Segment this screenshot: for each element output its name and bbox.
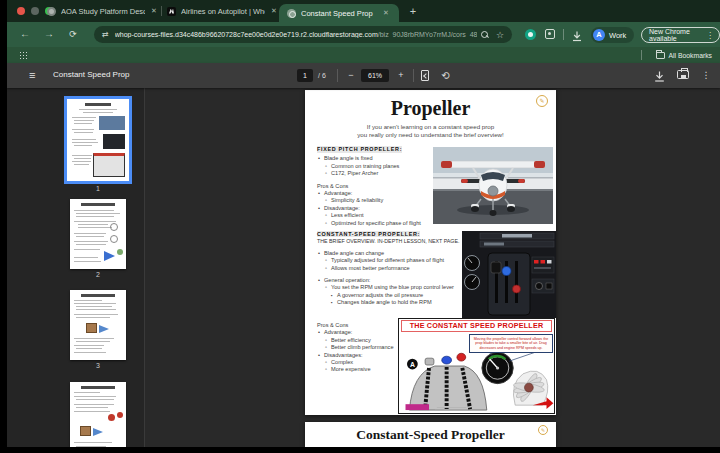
zoom-level[interactable]: 61% [361, 69, 389, 82]
page-number-input[interactable]: 1 [297, 69, 313, 82]
extension-icon-teal[interactable] [525, 29, 536, 40]
thumbnail-sidebar: 1 2 [7, 88, 145, 447]
search-icon[interactable] [481, 31, 489, 39]
thumbnail-page-1[interactable] [67, 99, 129, 181]
list-item: More expensive [317, 366, 411, 373]
pdf-print-button[interactable] [677, 70, 689, 79]
address-bar[interactable]: ⇄ whop-courses-files.d34c486b96620728c7e… [94, 26, 512, 43]
thumbnail-page-number: 2 [67, 271, 129, 278]
traffic-light-close[interactable] [17, 7, 25, 15]
profile-name: Work [609, 31, 626, 40]
list-item: Optimized for specific phase of flight [317, 220, 439, 227]
list-item: Advantage: [317, 329, 411, 336]
forward-button[interactable]: → [41, 26, 57, 42]
thumbnail-page-number: 3 [67, 362, 129, 369]
tab-title: Constant Speed Prop [301, 9, 377, 18]
folder-icon [656, 52, 665, 59]
pdf-download-button[interactable] [653, 69, 666, 82]
section-heading: FIXED PITCH PROPELLER: [317, 146, 402, 153]
thumbnail-page-4[interactable] [70, 382, 126, 447]
cockpit-photo [462, 231, 556, 318]
browser-menu-icon[interactable]: ⋮ [706, 31, 714, 40]
close-tab-icon[interactable]: ✕ [151, 7, 157, 15]
zoom-in-button[interactable]: + [395, 69, 407, 82]
list-item: Better efficiency [317, 337, 411, 344]
tab-title: Airlines on Autopilot | Whop [181, 7, 265, 16]
close-tab-icon[interactable]: ✕ [383, 9, 389, 17]
pdf-page-1: ✎ Propeller If you aren't learning on a … [305, 90, 556, 415]
diagram-callout: Moving the propeller control forward all… [469, 334, 553, 353]
list-item: Complex [317, 359, 411, 366]
constant-speed-prop-diagram: A [398, 318, 555, 414]
page-subtitle: If you aren't learning on a constant spe… [305, 123, 556, 130]
tab-title: AOA Study Platform Descript [61, 7, 145, 16]
tab-favicon [167, 7, 176, 16]
reload-button[interactable]: ⟳ [65, 26, 81, 42]
pdf-page-2: ✎ Constant-Speed Propeller [305, 422, 556, 447]
tab-strip: AOA Study Platform Descript ✕ Airlines o… [7, 0, 720, 22]
bookmarks-bar: All Bookmarks [7, 47, 720, 63]
profile-chip[interactable]: A Work [591, 27, 634, 43]
tab-favicon [47, 7, 56, 16]
apps-grid-icon[interactable] [19, 51, 28, 60]
browser-window: AOA Study Platform Descript ✕ Airlines o… [7, 0, 720, 447]
update-label: New Chrome available [649, 28, 702, 42]
list-item: Blade angle can change [317, 250, 477, 257]
list-item: Typically adjusted for different phases … [317, 257, 477, 264]
list-item: You set the RPM using the blue prop cont… [317, 284, 477, 291]
page-title: Constant-Speed Propeller [305, 427, 556, 443]
tab-constant-speed-prop-active[interactable]: Constant Speed Prop ✕ [279, 4, 399, 22]
list-item: Better climb performance [317, 344, 411, 351]
airplane-photo [433, 147, 553, 224]
fit-to-page-button[interactable] [421, 70, 429, 81]
extensions-icon[interactable] [545, 29, 555, 39]
url-path: /biz_90J8rbRMYo7rrMJ/cors_48t... [378, 31, 477, 38]
section-heading: CONSTANT-SPEED PROPELLER: [317, 231, 420, 237]
pdf-more-menu-icon[interactable]: ⋮ [701, 69, 711, 82]
tab-airlines-autopilot[interactable]: Airlines on Autopilot | Whop ✕ [167, 0, 279, 22]
all-bookmarks-label: All Bookmarks [669, 52, 712, 59]
diagram-title: THE CONSTANT SPEED PROPELLER [401, 320, 552, 332]
diagram-label-a: A [410, 361, 415, 368]
page-title: Propeller [305, 97, 556, 120]
thumbnail-page-2[interactable] [70, 199, 126, 269]
list-item: Blade angle is fixed [317, 155, 439, 162]
list-item: Disadvantages: [317, 352, 411, 359]
avatar: A [593, 29, 605, 41]
pdf-menu-icon[interactable]: ≡ [29, 69, 43, 82]
close-tab-icon[interactable]: ✕ [271, 7, 277, 15]
list-item: Allows most better performance [317, 265, 477, 272]
list-item: Simplicity & reliability [317, 197, 439, 204]
all-bookmarks-button[interactable]: All Bookmarks [656, 49, 712, 61]
traffic-light-minimize[interactable] [31, 7, 39, 15]
bookmark-star-icon[interactable]: ☆ [496, 30, 504, 40]
list-item: Less efficient [317, 212, 439, 219]
list-item: Disadvantage: [317, 205, 439, 212]
thumbnail-page-3[interactable] [70, 290, 126, 360]
pdf-toolbar: ≡ Constant Speed Prop 1 / 6 − 61% + ⟲ ⋮ [7, 63, 720, 88]
section-subheading: THE BRIEF OVERVIEW. IN-DEPTH LESSON, NEX… [317, 238, 477, 245]
bookmarks-separator [641, 50, 642, 60]
tab-aoa-study-platform[interactable]: AOA Study Platform Descript ✕ [47, 0, 159, 22]
site-info-icon[interactable]: ⇄ [102, 30, 109, 39]
chrome-update-chip[interactable]: New Chrome available ⋮ [641, 27, 720, 43]
document-view: ✎ Propeller If you aren't learning on a … [146, 88, 720, 447]
pdf-toolbar-separator [413, 69, 414, 82]
list-item: Pros & Cons [317, 322, 411, 329]
pdf-viewer: 1 2 [7, 88, 720, 447]
list-item: C172, Piper Archer [317, 170, 439, 177]
list-item: Common on training planes [317, 163, 439, 170]
list-item: Changes blade angle to hold the RPM [317, 299, 477, 306]
zoom-out-button[interactable]: − [345, 69, 357, 82]
section-fixed-pitch: FIXED PITCH PROPELLER: Blade angle is fi… [317, 146, 439, 227]
toolbar-separator [563, 29, 564, 40]
url-text: whop-courses-files.d34c486b96620728c7ee0… [115, 31, 477, 38]
section-constant-speed: CONSTANT-SPEED PROPELLER: THE BRIEF OVER… [317, 231, 477, 307]
back-button[interactable]: ← [17, 26, 33, 42]
screen: AOA Study Platform Descript ✕ Airlines o… [0, 0, 720, 453]
downloads-icon[interactable] [571, 28, 583, 40]
new-tab-button[interactable]: + [405, 4, 421, 20]
tab-separator [161, 6, 162, 16]
list-item: Pros & Cons [317, 183, 439, 190]
rotate-button[interactable]: ⟲ [439, 69, 452, 82]
